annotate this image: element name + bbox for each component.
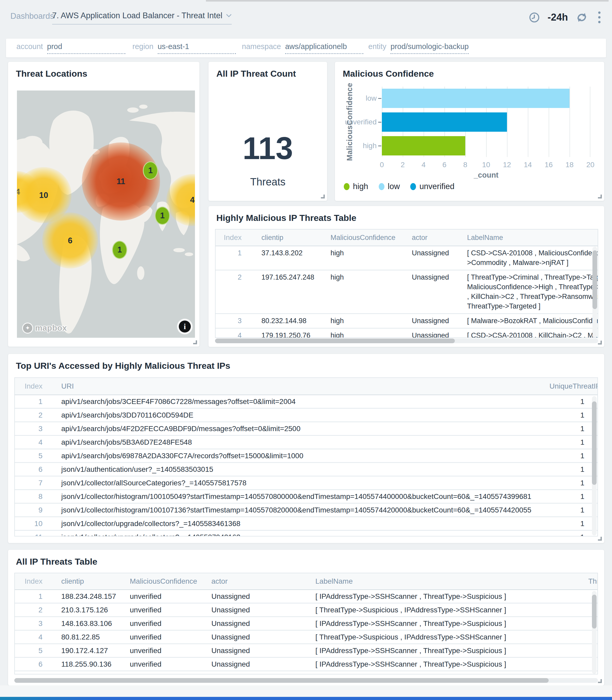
vertical-scrollbar-thumb[interactable] bbox=[592, 595, 597, 629]
cell-clientip: 37.143.8.202 bbox=[252, 248, 321, 267]
table-row[interactable]: 5190.172.4.127unverifiedUnassigned[ IPAd… bbox=[15, 644, 597, 658]
column-header-uri[interactable]: URI bbox=[55, 382, 540, 390]
map-marker-cluster-green[interactable]: 1 bbox=[155, 207, 170, 225]
vertical-scrollbar-thumb[interactable] bbox=[593, 250, 597, 309]
map-marker-cluster-green[interactable]: 1 bbox=[143, 162, 158, 180]
cell-uniquethreatips: 1 bbox=[540, 492, 597, 501]
column-header-index[interactable]: Index bbox=[215, 233, 252, 242]
table-row[interactable]: 380.232.144.98highUnassigned[ Malware->B… bbox=[215, 314, 598, 329]
panel-resize-handle[interactable] bbox=[321, 195, 325, 198]
legend-item-high[interactable]: high bbox=[344, 182, 368, 191]
column-header-clientip[interactable]: clientip bbox=[252, 233, 321, 243]
map-marker-cluster-green[interactable]: 1 bbox=[112, 241, 127, 259]
kebab-menu-icon[interactable] bbox=[596, 11, 603, 24]
table-row[interactable]: 4api/v1/search/jobs/5B3A6D7E248FE5481 bbox=[15, 436, 597, 449]
chart-bar-low[interactable] bbox=[382, 89, 570, 108]
panel-resize-handle[interactable] bbox=[598, 679, 602, 683]
panel-resize-handle[interactable] bbox=[598, 537, 602, 541]
chart-bar-high[interactable] bbox=[382, 136, 465, 155]
filter-value-input[interactable]: prod/sumologic-backup bbox=[390, 42, 469, 54]
horizontal-scrollbar-thumb[interactable] bbox=[14, 678, 549, 683]
table-row[interactable]: 1188.234.248.157unverifiedUnassigned[ IP… bbox=[15, 590, 597, 604]
table-row[interactable]: 1api/v1/search/jobs/3CEEF4F7086C7228/mes… bbox=[15, 395, 597, 409]
column-header-uniquethreatips[interactable]: UniqueThreatIPs bbox=[540, 382, 597, 390]
table-row[interactable]: 10json/v1/collector/upgrade/collectors?_… bbox=[15, 517, 597, 531]
filter-value-input[interactable]: aws/applicationelb bbox=[285, 42, 363, 54]
chart-bar-unverified[interactable] bbox=[382, 112, 507, 132]
panel-highly-malicious-table: Highly Malicious IP Threats Table Index … bbox=[209, 206, 604, 347]
refresh-icon[interactable] bbox=[576, 12, 588, 23]
filter-value-input[interactable]: us-east-1 bbox=[158, 42, 236, 54]
table-row[interactable]: 9json/v1/collector/histogram/100107136?s… bbox=[15, 504, 597, 517]
table-row[interactable]: 3148.163.83.106unverifiedUnassigned[ IPA… bbox=[15, 617, 597, 631]
column-header-threat[interactable]: Thr bbox=[582, 577, 598, 586]
cell-actor: Unassigned bbox=[205, 619, 309, 628]
x-tick-label: 4 bbox=[418, 161, 429, 169]
legend-dot bbox=[344, 183, 349, 190]
axis-category-label: unverified bbox=[338, 118, 377, 126]
table-row[interactable]: 480.81.22.85unverifiedUnassigned[ Threat… bbox=[15, 631, 597, 644]
column-header-index[interactable]: Index bbox=[15, 382, 55, 390]
map-marker-heat-red[interactable]: 11 bbox=[82, 142, 160, 221]
threat-count-unit: Threats bbox=[209, 176, 327, 188]
x-tick-label: 16 bbox=[543, 161, 554, 169]
time-range-value[interactable]: -24h bbox=[547, 12, 568, 23]
table-row[interactable]: 2197.165.247.248highUnassigned[ ThreatTy… bbox=[215, 271, 598, 314]
table-row[interactable]: 6json/v1/authentication/user?_=140558350… bbox=[15, 463, 597, 477]
table-row[interactable]: 2210.3.175.126unverifiedUnassigned[ Thre… bbox=[15, 604, 597, 617]
panel-resize-handle[interactable] bbox=[598, 195, 602, 198]
table-row[interactable]: 8json/v1/collector/histogram/100105049?s… bbox=[15, 490, 597, 504]
filter-account: account prod bbox=[16, 42, 125, 54]
column-header-actor[interactable]: actor bbox=[402, 233, 458, 243]
horizontal-scrollbar-thumb[interactable] bbox=[215, 339, 455, 343]
legend-item-unverified[interactable]: unverified bbox=[410, 182, 454, 191]
cell-index: 5 bbox=[15, 647, 55, 655]
table-row[interactable]: 3api/v1/search/jobs/4F2D2FECCA9BDF9D/mes… bbox=[15, 422, 597, 436]
cell-clientip: 148.163.83.106 bbox=[55, 619, 124, 628]
clock-icon[interactable] bbox=[529, 12, 540, 23]
cell-labelname: [ Malware->BozokRAT , MaliciousConfidenc bbox=[458, 316, 598, 326]
column-header-labelname[interactable]: LabelName bbox=[309, 577, 582, 586]
panel-resize-handle[interactable] bbox=[193, 340, 197, 344]
table-row[interactable]: 11json/v1/collector/upgrade/collectors?_… bbox=[15, 531, 597, 536]
cell-uniquethreatips: 1 bbox=[540, 520, 597, 528]
column-header-clientip[interactable]: clientip bbox=[55, 577, 124, 586]
breadcrumb[interactable]: Dashboards bbox=[11, 12, 54, 21]
confidence-bar-chart: MaliciousConfidence _count highlowunveri… bbox=[335, 62, 604, 201]
table-row[interactable]: 4179.191.250.76highUnassigned[ CSD->CSA-… bbox=[215, 329, 598, 338]
cell-index: 11 bbox=[15, 533, 55, 537]
threat-count-value: 113 bbox=[209, 130, 327, 166]
table-row[interactable]: 7188.239.7.185unverifiedUnassigned[ Thre… bbox=[15, 671, 597, 674]
vertical-scrollbar-thumb[interactable] bbox=[592, 401, 597, 485]
legend-dot bbox=[379, 183, 385, 190]
x-axis-label: _count bbox=[382, 171, 590, 179]
column-header-labelname[interactable]: LabelName bbox=[458, 233, 598, 243]
label-line: [ CSD->CSA-201008 , KillChain->C2 , Mali… bbox=[467, 331, 598, 338]
dashboard-header: Dashboards 7. AWS Application Load Balan… bbox=[0, 0, 612, 34]
dashboard-title-selector[interactable]: 7. AWS Application Load Balancer - Threa… bbox=[52, 11, 232, 25]
legend-item-low[interactable]: low bbox=[379, 182, 400, 191]
table-row[interactable]: 6118.255.90.136unverifiedUnassigned[ IPA… bbox=[15, 658, 597, 671]
cell-confidence: unverified bbox=[124, 619, 205, 628]
top-uris-table: Index URI UniqueThreatIPs 1api/v1/search… bbox=[14, 378, 598, 536]
world-map[interactable]: 4101114161 ✦ mapbox i bbox=[17, 91, 195, 338]
table-row[interactable]: 5api/v1/search/jobs/69878A2DA330FC7A/rec… bbox=[15, 449, 597, 463]
column-header-confidence[interactable]: MaliciousConfidence bbox=[124, 577, 205, 586]
cell-uniquethreatips: 1 bbox=[540, 452, 597, 460]
filter-value-input[interactable]: prod bbox=[47, 42, 125, 54]
table-row[interactable]: 7json/v1/collector/allSourceCategories?_… bbox=[15, 477, 597, 490]
panel-resize-handle[interactable] bbox=[598, 341, 602, 344]
cell-uri: api/v1/search/jobs/3CEEF4F7086C7228/mess… bbox=[55, 397, 540, 406]
column-header-actor[interactable]: actor bbox=[205, 577, 309, 586]
axis-category-label: high bbox=[338, 142, 377, 150]
column-header-index[interactable]: Index bbox=[15, 577, 55, 586]
cell-uniquethreatips: 1 bbox=[540, 465, 597, 473]
filter-entity: entity prod/sumologic-backup bbox=[368, 42, 469, 54]
marker-count: 6 bbox=[68, 236, 72, 245]
mapbox-attribution[interactable]: ✦ mapbox bbox=[22, 322, 67, 333]
map-marker-heat-yellow[interactable]: 6 bbox=[42, 212, 98, 269]
table-row[interactable]: 2api/v1/search/jobs/3DD70116C0D594DE1 bbox=[15, 409, 597, 422]
column-header-confidence[interactable]: MaliciousConfidence bbox=[321, 233, 402, 243]
table-row[interactable]: 137.143.8.202highUnassigned[ CSD->CSA-20… bbox=[215, 246, 598, 271]
map-info-icon[interactable]: i bbox=[179, 320, 191, 332]
